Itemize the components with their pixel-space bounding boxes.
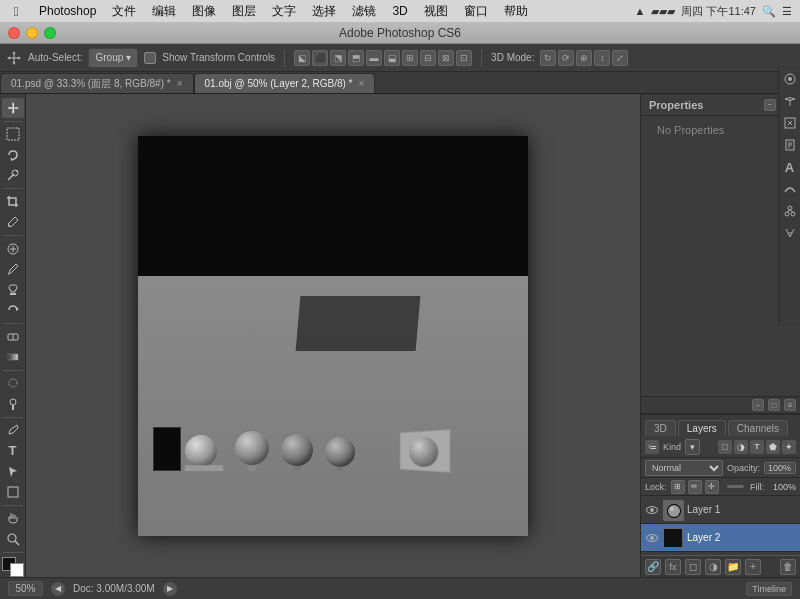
align-left-icon[interactable]: ⬕	[294, 50, 310, 66]
layers-minimize-btn[interactable]: −	[752, 399, 764, 411]
lock-pixel-icon[interactable]: ✏	[688, 480, 702, 494]
minimize-button[interactable]	[26, 27, 38, 39]
menu-layer[interactable]: 图层	[225, 1, 263, 22]
color-swatches[interactable]	[2, 557, 24, 577]
align-bottom-icon[interactable]: ⬓	[384, 50, 400, 66]
tab-3d[interactable]: 3D	[645, 420, 676, 436]
layer-new-btn[interactable]: +	[745, 559, 761, 575]
layer-1-visibility[interactable]	[645, 503, 659, 517]
layer-fx-btn[interactable]: fx	[665, 559, 681, 575]
lock-transparent-icon[interactable]: ⊞	[671, 480, 685, 494]
sidebar-icon-2[interactable]	[781, 92, 799, 110]
history-brush-tool[interactable]	[2, 300, 24, 320]
sidebar-icon-7[interactable]	[781, 202, 799, 220]
blend-mode-select[interactable]: Normal	[645, 460, 723, 476]
crop-tool[interactable]	[2, 192, 24, 212]
menu-type[interactable]: 文字	[265, 1, 303, 22]
menu-select[interactable]: 选择	[305, 1, 343, 22]
layer-group-btn[interactable]: 📁	[725, 559, 741, 575]
menu-file[interactable]: 文件	[105, 1, 143, 22]
sidebar-icon-5[interactable]: A	[781, 158, 799, 176]
tab-01psd-close[interactable]: ×	[177, 78, 183, 89]
layer-mask-btn[interactable]: ◻	[685, 559, 701, 575]
tab-01obj-close[interactable]: ×	[359, 78, 365, 89]
dodge-tool[interactable]	[2, 394, 24, 414]
autoselect-dropdown[interactable]: Group ▾	[88, 48, 138, 68]
fill-value[interactable]: 100%	[768, 482, 796, 492]
layer-item-1[interactable]: Layer 1	[641, 496, 800, 524]
menu-help[interactable]: 帮助	[497, 1, 535, 22]
sidebar-icon-4[interactable]	[781, 136, 799, 154]
tab-layers[interactable]: Layers	[678, 420, 726, 436]
layers-maximize-btn[interactable]: □	[768, 399, 780, 411]
sidebar-icon-1[interactable]	[781, 70, 799, 88]
3d-scale-icon[interactable]: ⤢	[612, 50, 628, 66]
apple-menu[interactable]: 	[8, 3, 24, 19]
blur-tool[interactable]	[2, 374, 24, 394]
sidebar-icon-8[interactable]	[781, 224, 799, 242]
pen-tool[interactable]	[2, 421, 24, 441]
properties-minimize-btn[interactable]: −	[764, 99, 776, 111]
tab-01psd[interactable]: 01.psd @ 33.3% (面层 8, RGB/8#) * ×	[0, 73, 194, 93]
filter-kind-dropdown[interactable]: ▾	[685, 439, 700, 455]
search-icon[interactable]: 🔍	[762, 5, 776, 18]
distribute-top-icon[interactable]: ⊡	[456, 50, 472, 66]
align-right-icon[interactable]: ⬔	[330, 50, 346, 66]
zoom-tool[interactable]	[2, 529, 24, 549]
3d-rotate-icon[interactable]: ↻	[540, 50, 556, 66]
gradient-tool[interactable]	[2, 347, 24, 367]
3d-slide-icon[interactable]: ↕	[594, 50, 610, 66]
filter-pixel-icon[interactable]: □	[718, 440, 732, 454]
menu-window[interactable]: 窗口	[457, 1, 495, 22]
status-arrow-right[interactable]: ▶	[163, 582, 177, 596]
layer-item-2[interactable]: Layer 2	[641, 524, 800, 552]
layer-delete-btn[interactable]: 🗑	[780, 559, 796, 575]
menu-view[interactable]: 视图	[417, 1, 455, 22]
tab-01obj[interactable]: 01.obj @ 50% (Layer 2, RGB/8) * ×	[194, 73, 376, 93]
menu-edit[interactable]: 编辑	[145, 1, 183, 22]
eyedropper-tool[interactable]	[2, 212, 24, 232]
layer-2-visibility[interactable]	[645, 531, 659, 545]
filter-shape-icon[interactable]: ⬟	[766, 440, 780, 454]
distribute-right-icon[interactable]: ⊠	[438, 50, 454, 66]
timeline-button[interactable]: Timeline	[746, 582, 792, 596]
sidebar-icon-3[interactable]	[781, 114, 799, 132]
filter-type-icon[interactable]: T	[750, 440, 764, 454]
zoom-level[interactable]: 50%	[8, 581, 43, 596]
heal-tool[interactable]	[2, 239, 24, 259]
brush-tool[interactable]	[2, 259, 24, 279]
layer-link-btn[interactable]: 🔗	[645, 559, 661, 575]
canvas-area[interactable]	[26, 94, 640, 577]
transform-checkbox[interactable]	[144, 52, 156, 64]
menu-icon[interactable]: ☰	[782, 5, 792, 18]
shape-tool[interactable]	[2, 482, 24, 502]
magic-wand-tool[interactable]	[2, 165, 24, 185]
3d-pan-icon[interactable]: ⊕	[576, 50, 592, 66]
move-tool[interactable]	[2, 98, 24, 118]
layer-adjustment-btn[interactable]: ◑	[705, 559, 721, 575]
menu-filter[interactable]: 滤镜	[345, 1, 383, 22]
layers-menu-btn[interactable]: ≡	[784, 399, 796, 411]
filter-toggle-icon[interactable]: ≔	[645, 440, 659, 454]
close-button[interactable]	[8, 27, 20, 39]
align-top-icon[interactable]: ⬒	[348, 50, 364, 66]
hand-tool[interactable]	[2, 509, 24, 529]
align-center-icon[interactable]: ⬛	[312, 50, 328, 66]
align-mid-icon[interactable]: ▬	[366, 50, 382, 66]
maximize-button[interactable]	[44, 27, 56, 39]
menu-3d[interactable]: 3D	[385, 2, 414, 20]
3d-roll-icon[interactable]: ⟳	[558, 50, 574, 66]
filter-smart-icon[interactable]: ✦	[782, 440, 796, 454]
background-color[interactable]	[10, 563, 24, 577]
eraser-tool[interactable]	[2, 327, 24, 347]
distribute-center-icon[interactable]: ⊟	[420, 50, 436, 66]
menu-image[interactable]: 图像	[185, 1, 223, 22]
lock-position-icon[interactable]: ✛	[705, 480, 719, 494]
tab-channels[interactable]: Channels	[728, 420, 788, 436]
distribute-left-icon[interactable]: ⊞	[402, 50, 418, 66]
sidebar-icon-6[interactable]	[781, 180, 799, 198]
lasso-tool[interactable]	[2, 145, 24, 165]
lock-fill-slider[interactable]	[727, 485, 744, 488]
canvas-document[interactable]	[138, 136, 528, 536]
type-tool[interactable]: T	[2, 441, 24, 461]
